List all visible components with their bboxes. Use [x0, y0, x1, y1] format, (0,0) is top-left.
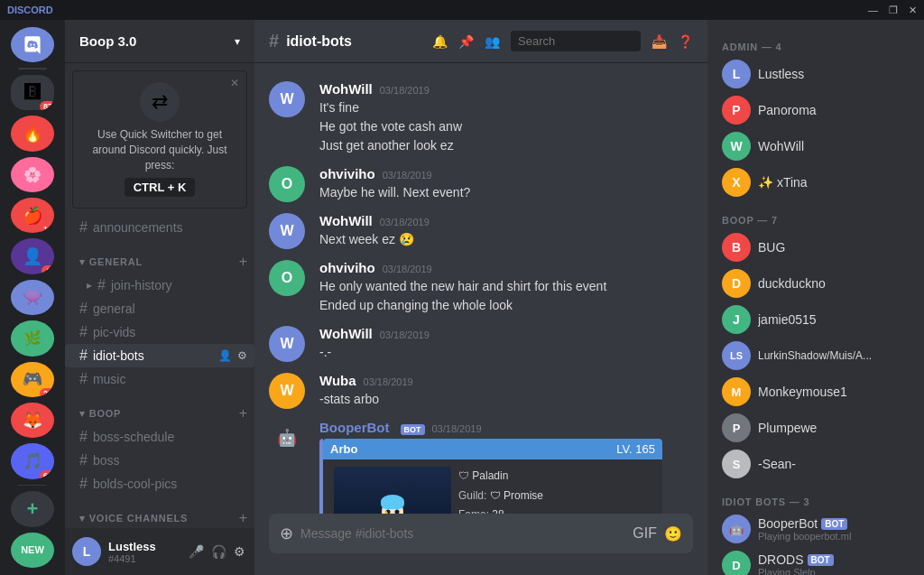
channel-item-music[interactable]: # music	[65, 367, 254, 391]
message-author: WohWill	[319, 326, 373, 341]
member-item-sean[interactable]: S -Sean-	[715, 446, 917, 482]
server-icon-4[interactable]: 🍎 19	[11, 198, 54, 233]
server-icon-2[interactable]: 🔥	[11, 116, 54, 151]
member-info: jamie0515	[758, 312, 910, 327]
channel-item-join-history[interactable]: ▸ # join-history	[65, 274, 254, 297]
channel-item-bolds-cool-pics[interactable]: # bolds-cool-pics	[65, 472, 254, 496]
member-item-lustless[interactable]: L Lustless	[715, 56, 917, 92]
member-item-panoroma[interactable]: P Panoroma	[715, 92, 917, 128]
channel-item-pic-vids[interactable]: # pic-vids	[65, 320, 254, 344]
channel-item-boss[interactable]: # boss	[65, 449, 254, 472]
channel-name: music	[93, 372, 247, 386]
message-content: WohWill 03/18/2019 Next week ez 😢	[319, 213, 693, 249]
channel-notifications-icon[interactable]: ⚙	[237, 349, 247, 362]
search-input[interactable]	[511, 31, 641, 51]
channel-settings-icon[interactable]: 👤	[218, 349, 232, 362]
channel-arrow-icon: ▸	[87, 279, 92, 292]
bot-badge: BOT	[401, 424, 425, 435]
member-avatar: D	[722, 551, 751, 575]
member-info: DRODS BOT Playing Slelp	[758, 552, 910, 575]
server-icon-5[interactable]: 👤 1	[11, 238, 54, 274]
message-group: W WohWill 03/18/2019 Next week ez 😢	[254, 209, 707, 253]
server-icon-new[interactable]: NEW	[11, 533, 54, 568]
app-name: DISCORD	[7, 5, 53, 15]
channel-sidebar: Boop 3.0 ▾ ✕ ⇄ Use Quick Switcher to get…	[65, 20, 254, 575]
minimize-button[interactable]: —	[868, 5, 878, 16]
inbox-icon[interactable]: 📥	[651, 34, 667, 49]
member-item-lurkin[interactable]: LS LurkinShadow/Muis/A...	[715, 338, 917, 374]
server-icon-9[interactable]: 🦊	[11, 403, 54, 438]
gif-button[interactable]: GIF	[633, 525, 657, 543]
settings-button[interactable]: ⚙	[232, 543, 247, 561]
member-name: Monkeymouse1	[758, 385, 910, 399]
channel-hash-icon: #	[79, 348, 88, 364]
embed-label: Guild:	[458, 489, 490, 502]
member-info: Plumpewe	[758, 421, 910, 435]
quick-switcher-shortcut: CTRL + K	[125, 178, 196, 197]
member-item-jamie0515[interactable]: J jamie0515	[715, 301, 917, 338]
channel-item-boss-schedule[interactable]: # boss-schedule	[65, 425, 254, 449]
user-panel-actions: 🎤 🎧 ⚙	[187, 543, 247, 561]
chat-input[interactable]	[300, 526, 625, 541]
message-timestamp: 03/18/2019	[380, 329, 430, 340]
member-name: WohWill	[758, 139, 910, 153]
channel-hash-icon: #	[79, 219, 88, 236]
server-icon-3[interactable]: 🌸	[11, 157, 54, 192]
add-server-button[interactable]: +	[11, 491, 54, 526]
emoji-button[interactable]: 🙂	[664, 525, 682, 543]
deafen-button[interactable]: 🎧	[209, 543, 228, 561]
member-item-drods[interactable]: D DRODS BOT Playing Slelp	[715, 547, 917, 575]
member-item-plumpewe[interactable]: P Plumpewe	[715, 410, 917, 446]
maximize-button[interactable]: ❐	[889, 5, 898, 16]
message-text: He only wanted the new hair and shirt fo…	[319, 277, 693, 296]
member-item-booperbot[interactable]: 🤖 BooperBot BOT Playing booperbot.ml	[715, 511, 917, 547]
message-timestamp: 03/18/2019	[380, 85, 430, 96]
category-boop[interactable]: ▾ BOOP +	[65, 391, 254, 425]
channel-item-general[interactable]: # general	[65, 297, 254, 320]
member-item-xtina[interactable]: X ✨ xTina	[715, 164, 917, 200]
close-button[interactable]: ✕	[909, 5, 917, 16]
server-icon-6[interactable]: 👾	[11, 280, 54, 315]
category-add-button[interactable]: +	[239, 405, 247, 422]
help-icon[interactable]: ❓	[678, 34, 693, 49]
member-item-bug[interactable]: B BUG	[715, 229, 917, 265]
channel-name: bolds-cool-pics	[93, 477, 247, 491]
category-general[interactable]: ▾ GENERAL +	[65, 239, 254, 274]
pin-icon[interactable]: 📌	[458, 34, 474, 49]
mute-button[interactable]: 🎤	[187, 543, 206, 561]
notification-bell-icon[interactable]: 🔔	[432, 34, 448, 49]
member-name: Panoroma	[758, 103, 910, 117]
member-status: Playing Slelp	[758, 567, 910, 575]
category-add-button[interactable]: +	[239, 254, 247, 270]
category-voice[interactable]: ▾ VOICE CHANNELS +	[65, 496, 254, 528]
members-icon[interactable]: 👥	[485, 34, 500, 49]
channel-name: boss	[93, 453, 247, 468]
member-item-monkeymouse[interactable]: M Monkeymouse1	[715, 374, 917, 410]
server-header[interactable]: Boop 3.0 ▾	[65, 20, 254, 63]
member-item-duckduckno[interactable]: D duckduckno	[715, 265, 917, 301]
avatar: W	[269, 326, 305, 362]
channel-item-idiot-bots[interactable]: # idiot-bots 👤 ⚙	[65, 344, 254, 367]
window-controls: — ❐ ✕	[868, 5, 917, 16]
channel-hash-icon: #	[79, 324, 88, 340]
server-icon-boop[interactable]: 🅱 87	[11, 75, 54, 110]
category-label: ▾ VOICE CHANNELS	[79, 513, 188, 524]
message-author: Wuba	[319, 373, 356, 388]
tooltip-close-button[interactable]: ✕	[230, 77, 239, 89]
server-icon-8[interactable]: 🎮 26	[11, 362, 54, 397]
message-timestamp: 03/18/2019	[364, 376, 413, 387]
channel-item-announcements[interactable]: # announcements	[65, 216, 254, 239]
server-badge: 87	[40, 101, 54, 110]
quick-switcher-text: Use Quick Switcher to get around Discord…	[84, 127, 236, 172]
user-avatar: L	[72, 537, 101, 566]
server-icon-7[interactable]: 🌿	[11, 320, 54, 356]
message-text: Ended up changing the whole look	[319, 296, 693, 315]
message-timestamp: 03/18/2019	[383, 264, 432, 274]
server-icon-10[interactable]: 🎵 69	[11, 443, 54, 478]
attach-file-button[interactable]: ⊕	[280, 524, 293, 543]
category-add-button[interactable]: +	[239, 510, 247, 526]
member-item-wohwill[interactable]: W WohWill	[715, 128, 917, 164]
discord-home-button[interactable]	[11, 27, 54, 62]
member-avatar: W	[722, 132, 751, 161]
server-header-chevron: ▾	[235, 35, 240, 48]
